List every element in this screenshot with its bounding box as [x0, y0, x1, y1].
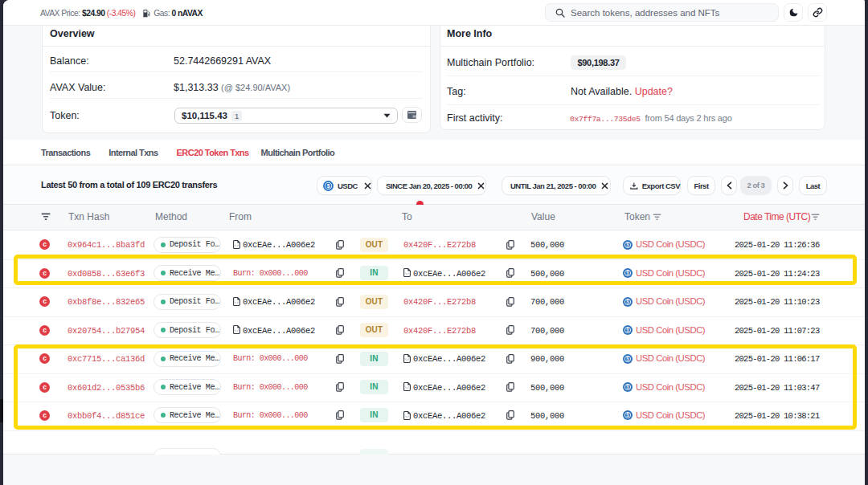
svg-text:$: $ [626, 242, 629, 247]
svg-text:$: $ [626, 327, 629, 332]
svg-text:$: $ [327, 182, 330, 189]
svg-text:$: $ [626, 299, 629, 304]
